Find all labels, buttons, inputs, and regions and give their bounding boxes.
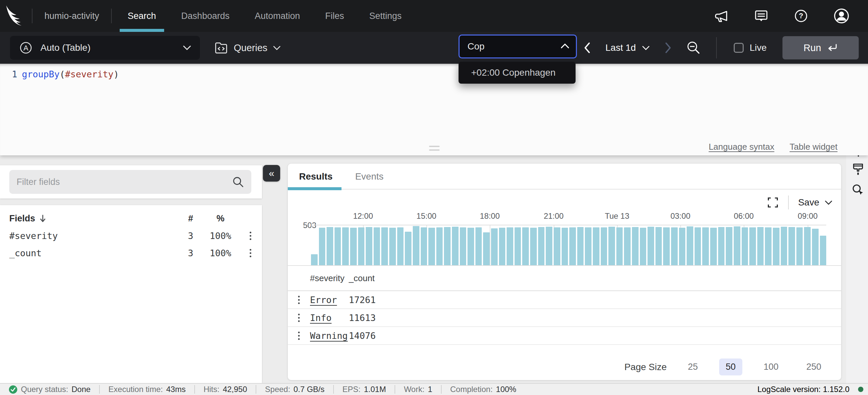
histogram-bar[interactable] [546,227,552,265]
chevron-up-icon[interactable] [560,43,569,49]
repository-name[interactable]: humio-activity [32,11,111,21]
histogram-bar[interactable] [413,226,420,265]
histogram-bar[interactable] [522,227,529,265]
histogram-bar[interactable] [397,227,404,265]
histogram-bar[interactable] [421,227,427,265]
histogram-bar[interactable] [515,227,521,265]
histogram-bar[interactable] [734,226,740,265]
histogram-bar[interactable] [765,227,772,265]
histogram-bar[interactable] [648,227,654,265]
severity-value-link[interactable]: Warning [310,331,349,341]
histogram-bar[interactable] [460,227,466,265]
page-size-option-25[interactable]: 25 [681,359,705,375]
histogram-bar[interactable] [374,227,380,265]
severity-value-link[interactable]: Error [310,295,349,305]
tab-events[interactable]: Events [344,164,395,190]
histogram-bar[interactable] [781,227,787,265]
zoom-out-time-button[interactable] [686,40,701,55]
histogram-bar[interactable] [538,227,545,265]
nav-item-search[interactable]: Search [120,0,164,32]
histogram-bar[interactable] [742,227,748,265]
table-row[interactable]: Error 17261 [288,291,841,309]
queries-menu-button[interactable]: Queries [214,36,281,60]
visualization-selector[interactable]: A Auto (Table) [10,36,200,60]
table-row[interactable]: Info 11613 [288,309,841,327]
nav-item-files[interactable]: Files [317,0,352,32]
histogram-bar[interactable] [773,228,779,265]
histogram-bar[interactable] [475,227,482,265]
histogram-bar[interactable] [506,227,513,265]
timezone-option-copenhagen[interactable]: +02:00 Copenhagen [471,67,556,78]
query-code-line[interactable]: 1 groupBy(#severity) [0,69,119,79]
histogram-bar[interactable] [593,227,599,265]
histogram-bar[interactable] [804,227,811,265]
previous-time-window-button[interactable] [584,42,591,53]
panel-resize-handle[interactable] [429,146,440,153]
page-size-option-250[interactable]: 250 [800,359,828,375]
live-toggle[interactable]: Live [734,32,767,64]
crowdstrike-falcon-logo[interactable] [0,0,32,32]
nav-item-dashboards[interactable]: Dashboards [174,0,238,32]
histogram-bar[interactable] [702,227,709,265]
histogram-bar[interactable] [796,227,803,265]
histogram-bar[interactable] [405,232,411,265]
histogram-bar[interactable] [812,229,818,265]
user-avatar-icon[interactable] [833,7,850,25]
histogram-bar[interactable] [616,227,623,265]
histogram-bar[interactable] [436,227,443,265]
column-header-severity[interactable]: #severity [310,273,349,283]
histogram-bar[interactable] [335,227,341,265]
histogram-bar[interactable] [655,227,662,265]
table-row[interactable]: Warning 14076 [288,327,841,345]
nav-item-settings[interactable]: Settings [362,0,410,32]
histogram-bar[interactable] [640,228,647,265]
histogram-bar[interactable] [350,228,357,265]
timezone-input[interactable] [459,34,577,58]
nav-item-automation[interactable]: Automation [247,0,308,32]
histogram-bar[interactable] [311,254,318,265]
histogram-bar[interactable] [624,227,630,265]
histogram-bar[interactable] [569,227,576,265]
histogram-bar[interactable] [467,228,474,265]
histogram-bar[interactable] [694,227,701,265]
histogram-bar[interactable] [718,227,725,265]
next-time-window-button[interactable] [664,42,672,53]
fields-sort-header[interactable]: Fields [9,214,179,224]
histogram-bar[interactable] [710,228,717,265]
live-checkbox[interactable] [734,43,744,53]
table-widget-link[interactable]: Table widget [789,142,837,152]
histogram-bar[interactable] [444,227,451,265]
histogram-bar[interactable] [428,228,435,265]
histogram-bar[interactable] [679,228,686,265]
query-editor[interactable]: 1 groupBy(#severity) Language syntax Tab… [0,64,868,156]
histogram-bar[interactable] [687,226,693,265]
histogram-bar[interactable] [381,227,388,265]
field-name[interactable]: #severity [9,231,179,241]
page-size-option-50[interactable]: 50 [719,359,742,375]
histogram-bar[interactable] [671,227,678,265]
histogram-bar[interactable] [632,227,639,265]
histogram-bar[interactable] [452,227,459,265]
histogram-bar[interactable] [342,227,349,265]
histogram-bar[interactable] [554,227,560,265]
histogram-bar[interactable] [562,228,568,265]
tab-results[interactable]: Results [288,164,344,190]
severity-value-link[interactable]: Info [310,313,349,323]
histogram-bar[interactable] [358,227,365,265]
announcements-icon[interactable] [713,8,730,24]
field-name[interactable]: _count [9,248,179,258]
histogram-bar[interactable] [319,228,326,265]
histogram-bar[interactable] [820,236,827,265]
run-button[interactable]: Run [782,36,859,59]
histogram-bar[interactable] [601,227,608,265]
row-menu-icon[interactable] [298,332,300,340]
field-menu-icon[interactable] [250,249,251,257]
help-icon[interactable]: ? [793,8,809,24]
histogram-bar[interactable] [366,227,372,265]
histogram-bar[interactable] [483,232,490,265]
histogram-bar[interactable] [491,228,498,265]
fullscreen-icon[interactable] [767,197,779,208]
histogram-bar[interactable] [530,228,537,265]
histogram-bar[interactable] [726,227,733,265]
histogram-bar[interactable] [788,227,795,265]
